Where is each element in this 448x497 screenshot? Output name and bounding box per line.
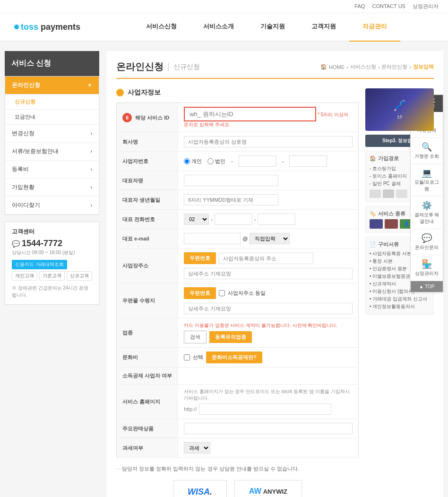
rep-name-row: 대표자명 [117, 171, 359, 190]
sidebar-item-find-id[interactable]: 아이디찾기 › [5, 197, 99, 214]
company-name-label: 회사명 [117, 132, 178, 152]
mail-address-detail-input[interactable] [184, 303, 353, 314]
biz-number-input1[interactable] [239, 155, 276, 167]
radio-corp-label[interactable]: 법인 [207, 158, 225, 165]
culture-fee-check-label: 선택 [193, 354, 203, 361]
sidebar-item-join-status[interactable]: 가입현황 › [5, 179, 99, 197]
customer-center: 고객센터 💬 1544-7772 상담시간 09:00 ~ 18:00 (평일)… [5, 222, 99, 305]
qm-module-label: 모듈/프로그램 [414, 180, 439, 191]
qm-account-error[interactable]: ⚙️ 결제오류 해결안내 [411, 197, 443, 229]
company-name-row: 회사명 [117, 132, 359, 152]
page-title: 온라인신청 [116, 60, 164, 73]
form-note: · 담당자 정보를 정확히 입력하지 않는 경우 상담원 안내를 받으실 수 없… [116, 465, 359, 472]
business-number-cell: 개인 법인 - - [178, 152, 359, 171]
phone-last-input[interactable] [258, 214, 295, 225]
income-deduction-label: 소득공제 사업자 여부 [117, 368, 178, 385]
same-as-business-checkbox[interactable] [219, 290, 225, 296]
qm-merchant-inquiry[interactable]: 🔍 가맹문 조회 [411, 138, 443, 164]
radio-personal-label[interactable]: 개인 [184, 158, 202, 165]
homepage-input-group: http:// [184, 403, 353, 415]
back-to-top-button[interactable]: ▲ TOP [411, 281, 443, 292]
mail-zip-button[interactable]: 우편번호 [184, 287, 216, 299]
service-homepage-row: 서비스 홈페이지 서비스 홈페이지가 없는 경우 안드로이드 또는 ios에 등… [117, 385, 359, 419]
income-deduction-row: 소득공제 사업자 여부 [117, 368, 359, 385]
sidebar-item-cert-info[interactable]: 서류/보증보험안내 › [5, 143, 99, 161]
nav-fund-mgmt[interactable]: 자금관리 [349, 12, 400, 42]
faq-link[interactable]: FAQ [354, 3, 365, 9]
service-type-icon-2 [385, 219, 398, 229]
contact-link[interactable]: CONTACT US [372, 3, 405, 9]
nav-service-intro[interactable]: 서비스소개 [190, 12, 247, 42]
rep-email-label: 대표 e-mail [117, 229, 178, 248]
radio-personal[interactable] [184, 158, 190, 164]
route-icon-2 [383, 189, 394, 198]
business-address-input[interactable] [219, 253, 313, 264]
sidebar-item-fee-info[interactable]: 요금안내 [5, 110, 99, 125]
business-address-detail-input[interactable] [184, 268, 353, 279]
nav-service-apply[interactable]: 서비스신청 [133, 12, 190, 42]
company-name-input[interactable] [184, 136, 353, 147]
homepage-note: 서비스 홈페이지가 없는 경우 안드로이드 또는 ios에 등록된 앱 이름을 … [184, 388, 353, 402]
email-domain-select[interactable]: 직접입력 gmail.com naver.com [250, 233, 290, 244]
chevron-right-icon: › [91, 131, 92, 136]
logo[interactable]: toss payments [14, 22, 80, 32]
qm-module-program[interactable]: 💻 모듈/프로그램 [411, 164, 443, 197]
logo-icon [14, 25, 19, 29]
service-id-input[interactable] [184, 107, 316, 121]
home-icon: 🏠 [320, 64, 327, 70]
customer-center-tags: 신용카드 거래내역조회 개인고객 기존고객 신규고객 [12, 260, 92, 281]
industry-register-button[interactable]: 등록유의업종 [209, 331, 252, 343]
rep-birthdate-input[interactable] [184, 194, 278, 206]
sidebar-item-reg-fee[interactable]: 등록비 › [5, 161, 99, 179]
doc-8: 개인정보활동동의서 [370, 303, 430, 310]
phone-middle-input[interactable] [215, 214, 252, 225]
qm-online-inquiry[interactable]: 💬 온라인문의 [411, 229, 443, 255]
customer-center-title: 고객센터 [12, 228, 92, 236]
tag-personal: 개인고객 [12, 271, 37, 281]
nav-tech-support[interactable]: 기술지원 [247, 12, 298, 42]
radio-corp[interactable] [207, 158, 214, 164]
sidebar-menu: 온라인신청 ▼ 신규신청 요금안내 변경신청 › 서류/보증보험안내 › 등록비… [5, 76, 99, 215]
sidebar-item-change-apply[interactable]: 변경신청 › [5, 125, 99, 143]
culture-fee-checkbox[interactable] [184, 354, 190, 360]
order-purchase-input[interactable] [184, 423, 353, 434]
partner-anywiz: AW ANYWIZ 아니위즈 [234, 480, 302, 497]
service-id-cell: * 5자리 이상의 문자로 입력해 주세요. [178, 103, 359, 132]
business-number-label: 사업자번호 [117, 152, 178, 171]
tax-select[interactable]: 과세 면세 [184, 442, 210, 454]
merchant-link[interactable]: 상점관리자 [413, 3, 439, 9]
tag-existing: 기존고객 [39, 271, 65, 281]
order-purchase-row: 주요판매상품 [117, 419, 359, 438]
chevron-right-icon-3: › [91, 167, 92, 172]
service-id-label: 8 해당 서비스 ID [117, 103, 178, 132]
nav-customer-support[interactable]: 고객지원 [298, 12, 349, 42]
mail-recipient-row: 우편물 수령지 우편번호 사업자주소 동일 [117, 283, 359, 318]
required-docs-icon: 📄 [370, 241, 376, 248]
same-as-business-label: 사업자주소 동일 [228, 290, 266, 297]
rep-phone-label: 대표 전화번호 [117, 210, 178, 229]
phone-prefix-select[interactable]: 02031032 [184, 214, 209, 225]
zip-search-button[interactable]: 우편번호 [184, 252, 216, 264]
qm-merchant-admin[interactable]: 🏪 상점관리자 [411, 255, 443, 281]
culture-fee-info-button[interactable]: 문화비소득공제란? [206, 351, 262, 363]
sidebar-item-new-apply[interactable]: 신규신청 [5, 94, 99, 110]
chevron-right-icon-4: › [91, 185, 92, 190]
anywiz-logo: AW ANYWIZ [249, 487, 287, 496]
biz-number-input2[interactable] [289, 155, 327, 167]
qm-merchant-label: 가맹문 조회 [414, 154, 439, 159]
business-address-label: 사업장주소 [117, 248, 178, 283]
chevron-down-icon: ▼ [87, 83, 92, 88]
page-container: 서비스 신청 온라인신청 ▼ 신규신청 요금안내 변경신청 › 서류/보증보험안… [0, 42, 448, 497]
join-route-icon: 🏠 [370, 155, 376, 162]
sidebar-item-online-apply[interactable]: 온라인신청 ▼ [5, 77, 99, 94]
email-local-input[interactable] [184, 233, 241, 244]
breadcrumb-bar: 온라인신청 신규신청 🏠 HOME › 서비스신청 › 온라인신청 › 정보입력 [116, 60, 434, 79]
rep-name-input[interactable] [184, 175, 278, 186]
industry-label: 업종 [117, 318, 178, 348]
income-deduction-cell [178, 368, 359, 385]
service-homepage-input[interactable] [199, 403, 331, 415]
mail-recipient-cell: 우편번호 사업자주소 동일 [178, 283, 359, 318]
industry-search-button[interactable]: 검색 [184, 331, 207, 343]
business-number-row: 사업자번호 개인 법인 - [117, 152, 359, 171]
service-id-row: 8 해당 서비스 ID * 5자리 이상의 문자로 입력해 주세요. [117, 103, 359, 132]
